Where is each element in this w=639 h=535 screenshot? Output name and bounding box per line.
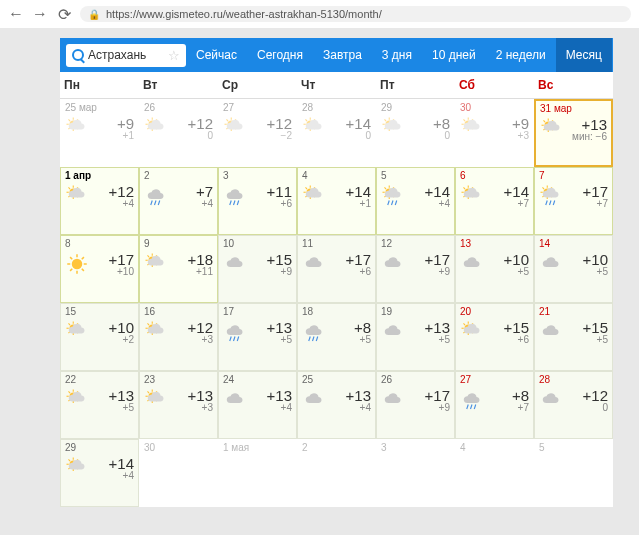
page-content: Астрахань ☆ СейчасСегодняЗавтра3 дня10 д…	[60, 38, 613, 507]
svg-line-73	[155, 201, 157, 206]
cell-date: 27	[460, 374, 529, 385]
tab-1[interactable]: Сегодня	[247, 38, 313, 72]
calendar-cell[interactable]: 6+14+7	[455, 167, 534, 235]
svg-line-155	[147, 323, 149, 325]
calendar-cell[interactable]: 16+12+3	[139, 303, 218, 371]
svg-line-95	[384, 187, 386, 189]
calendar-cell[interactable]: 3	[376, 439, 455, 507]
search-icon	[72, 49, 84, 61]
calendar-cell[interactable]: 8+17+10	[60, 235, 139, 303]
calendar-cell[interactable]: 1 апр+12+4	[60, 167, 139, 235]
back-icon[interactable]: ←	[8, 6, 24, 22]
calendar-cell[interactable]: 23+13+3	[139, 371, 218, 439]
cell-date: 29	[381, 102, 450, 113]
tab-6[interactable]: Месяц	[556, 38, 612, 72]
calendar-cell[interactable]: 28+140	[297, 99, 376, 167]
temp-low: мин: −6	[566, 131, 607, 142]
svg-line-117	[546, 201, 548, 206]
cell-date: 22	[65, 374, 134, 385]
city-search-box[interactable]: Астрахань ☆	[66, 44, 186, 67]
cell-date: 28	[302, 102, 371, 113]
calendar-cell[interactable]: 28+120	[534, 371, 613, 439]
calendar-cell[interactable]: 2+7+4	[139, 167, 218, 235]
calendar-cell[interactable]: 27+8+7	[455, 371, 534, 439]
tab-2[interactable]: Завтра	[313, 38, 372, 72]
cell-date: 30	[460, 102, 529, 113]
svg-line-122	[82, 257, 84, 259]
calendar-cell[interactable]: 30	[139, 439, 218, 507]
tab-4[interactable]: 10 дней	[422, 38, 486, 72]
calendar-cell[interactable]: 21+15+5	[534, 303, 613, 371]
calendar-cell[interactable]: 11+17+6	[297, 235, 376, 303]
calendar-cell[interactable]: 27+12−2	[218, 99, 297, 167]
svg-line-71	[68, 187, 70, 189]
calendar-cell[interactable]: 2	[297, 439, 376, 507]
calendar-cell[interactable]: 18+8+5	[297, 303, 376, 371]
cell-date: 11	[302, 238, 371, 249]
temp-low: +7	[486, 402, 529, 413]
svg-line-35	[305, 119, 307, 121]
cell-date: 25 мар	[65, 102, 134, 113]
svg-line-62	[543, 120, 545, 122]
cell-date: 3	[381, 442, 450, 453]
forward-icon[interactable]: →	[32, 6, 48, 22]
calendar-cell[interactable]: 19+13+5	[376, 303, 455, 371]
svg-line-72	[151, 201, 153, 206]
cell-date: 27	[223, 102, 292, 113]
calendar-cell[interactable]: 26+17+9	[376, 371, 455, 439]
calendar-cell[interactable]: 30+9+3	[455, 99, 534, 167]
calendar-cell[interactable]: 29+14+4	[60, 439, 139, 507]
calendar-cell[interactable]: 29+80	[376, 99, 455, 167]
svg-point-120	[72, 259, 83, 270]
temp-low: +1	[91, 130, 134, 141]
calendar-cell[interactable]: 3+11+6	[218, 167, 297, 235]
calendar-cell[interactable]: 14+10+5	[534, 235, 613, 303]
calendar-cell[interactable]: 17+13+5	[218, 303, 297, 371]
day-header: Пт	[376, 72, 455, 98]
cell-date: 10	[223, 238, 292, 249]
calendar-cell[interactable]: 7+17+7	[534, 167, 613, 235]
calendar-cell[interactable]: 1 мая	[218, 439, 297, 507]
svg-line-179	[68, 391, 70, 393]
svg-line-137	[147, 255, 149, 257]
cell-date: 30	[144, 442, 213, 453]
url-text: https://www.gismeteo.ru/weather-astrakha…	[106, 8, 382, 20]
calendar-cell[interactable]: 31 мар+13мин: −6	[534, 99, 613, 167]
reload-icon[interactable]: ⟳	[56, 6, 72, 22]
calendar-cell[interactable]: 20+15+6	[455, 303, 534, 371]
calendar-cell[interactable]: 13+10+5	[455, 235, 534, 303]
svg-line-156	[230, 337, 232, 342]
day-header: Вс	[534, 72, 613, 98]
cell-date: 9	[144, 238, 213, 249]
calendar-cell[interactable]: 26+120	[139, 99, 218, 167]
cell-date: 1 апр	[65, 170, 134, 181]
calendar-cell[interactable]: 4	[455, 439, 534, 507]
tab-5[interactable]: 2 недели	[486, 38, 556, 72]
calendar-cell[interactable]: 10+15+9	[218, 235, 297, 303]
svg-line-77	[237, 201, 239, 206]
tab-3[interactable]: 3 дня	[372, 38, 422, 72]
calendar-cell[interactable]: 24+13+4	[218, 371, 297, 439]
calendar-cell[interactable]: 25+13+4	[297, 371, 376, 439]
day-header: Вт	[139, 72, 218, 98]
cell-date: 17	[223, 306, 292, 317]
cell-date: 4	[460, 442, 529, 453]
calendar-cell[interactable]: 9+18+11	[139, 235, 218, 303]
lock-icon: 🔒	[88, 9, 100, 20]
favorite-star-icon[interactable]: ☆	[168, 48, 180, 63]
cell-date: 2	[144, 170, 213, 181]
calendar-cell[interactable]: 5+14+4	[376, 167, 455, 235]
calendar-cell[interactable]: 12+17+9	[376, 235, 455, 303]
tab-0[interactable]: Сейчас	[186, 38, 247, 72]
cell-date: 29	[65, 442, 134, 453]
calendar-cell[interactable]: 4+14+1	[297, 167, 376, 235]
svg-line-97	[392, 201, 394, 206]
site-top-bar: Астрахань ☆ СейчасСегодняЗавтра3 дня10 д…	[60, 38, 613, 72]
cell-date: 21	[539, 306, 608, 317]
address-bar[interactable]: 🔒 https://www.gismeteo.ru/weather-astrak…	[80, 6, 631, 22]
cell-date: 5	[539, 442, 608, 453]
calendar-cell[interactable]: 25 мар+9+1	[60, 99, 139, 167]
calendar-cell[interactable]: 5	[534, 439, 613, 507]
calendar-cell[interactable]: 22+13+5	[60, 371, 139, 439]
calendar-cell[interactable]: 15+10+2	[60, 303, 139, 371]
